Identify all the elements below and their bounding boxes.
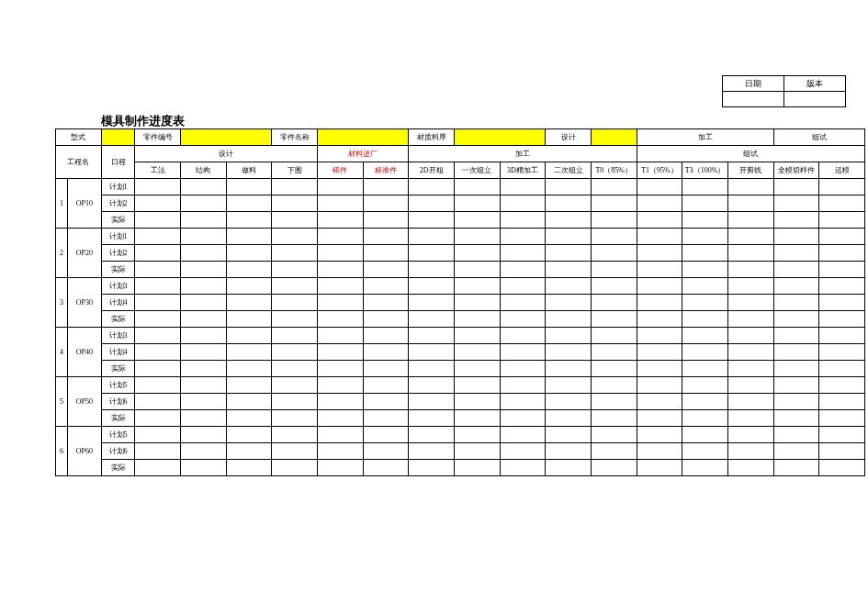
machining-label-meta: 加工	[637, 129, 773, 146]
partno-value	[181, 129, 272, 146]
cell	[363, 460, 409, 476]
cell	[819, 361, 865, 377]
cell	[500, 328, 546, 344]
cell	[226, 212, 272, 229]
group-trial: 组试	[637, 146, 864, 162]
cell	[819, 410, 865, 427]
process-name: OP40	[67, 328, 101, 377]
cell	[272, 410, 318, 427]
cell	[682, 328, 728, 344]
cell	[135, 278, 181, 295]
cell	[363, 361, 409, 377]
cell	[181, 328, 227, 344]
cell	[181, 410, 227, 427]
cell	[454, 460, 500, 476]
cell	[409, 394, 455, 410]
cell	[135, 394, 181, 410]
partno-label: 零件编号	[135, 129, 181, 146]
partname-value	[317, 129, 408, 146]
cell	[272, 262, 318, 278]
row-type: 实际	[101, 410, 135, 427]
cell	[135, 245, 181, 262]
cell	[819, 460, 865, 476]
cell	[363, 179, 409, 195]
row-index: 5	[56, 377, 68, 427]
cell	[272, 443, 318, 460]
row-type: 计划1	[101, 229, 135, 245]
cell	[363, 311, 409, 328]
cell	[317, 361, 363, 377]
cell	[591, 410, 637, 427]
cell	[637, 410, 682, 427]
cell	[272, 427, 318, 443]
cell	[773, 212, 819, 229]
cell	[317, 278, 363, 295]
cell	[591, 311, 637, 328]
cell	[773, 245, 819, 262]
cell	[409, 410, 455, 427]
cell	[500, 195, 546, 212]
cell	[500, 410, 546, 427]
cell	[637, 278, 682, 295]
cell	[819, 229, 865, 245]
cell	[454, 245, 500, 262]
cell	[135, 229, 181, 245]
cell	[682, 262, 728, 278]
cell	[363, 427, 409, 443]
table-row: 计划4	[56, 295, 865, 311]
cell	[500, 344, 546, 361]
cell	[819, 262, 865, 278]
cell	[272, 212, 318, 229]
cell	[546, 295, 592, 311]
cell	[363, 195, 409, 212]
cell	[135, 328, 181, 344]
cell	[181, 245, 227, 262]
cell	[454, 212, 500, 229]
cell	[181, 195, 227, 212]
cell	[226, 229, 272, 245]
col-c11: T0（85%）	[591, 162, 637, 179]
table-row: 1OP10计划1	[56, 179, 865, 195]
col-c14: 开剪线	[727, 162, 773, 179]
cell	[591, 361, 637, 377]
col-c15: 全模切样件	[773, 162, 819, 179]
cell	[591, 179, 637, 195]
cell	[272, 245, 318, 262]
cell	[317, 427, 363, 443]
cell	[682, 377, 728, 394]
cell	[226, 443, 272, 460]
row-type: 实际	[101, 212, 135, 229]
cell	[546, 361, 592, 377]
cell	[773, 195, 819, 212]
cell	[546, 195, 592, 212]
cell	[637, 311, 682, 328]
col-c3: 做料	[226, 162, 272, 179]
cell	[546, 245, 592, 262]
table-row: 计划6	[56, 394, 865, 410]
cell	[135, 195, 181, 212]
cell	[773, 295, 819, 311]
table-row: 实际	[56, 311, 865, 328]
group-material: 材料进厂	[317, 146, 408, 162]
table-row: 6OP60计划5	[56, 427, 865, 443]
row-index: 1	[56, 179, 68, 229]
col-c6: 标准件	[363, 162, 409, 179]
col-c8: 一次组立	[454, 162, 500, 179]
cell	[272, 278, 318, 295]
cell	[363, 229, 409, 245]
cell	[637, 262, 682, 278]
row-type: 实际	[101, 262, 135, 278]
cell	[226, 361, 272, 377]
material-label: 材质料厚	[409, 129, 455, 146]
cell	[819, 394, 865, 410]
cell	[637, 245, 682, 262]
cell	[819, 278, 865, 295]
cell	[546, 262, 592, 278]
cell	[773, 361, 819, 377]
row-type: 计划4	[101, 295, 135, 311]
cell	[682, 344, 728, 361]
cell	[546, 328, 592, 344]
cell	[591, 344, 637, 361]
cell	[272, 361, 318, 377]
cell	[546, 443, 592, 460]
